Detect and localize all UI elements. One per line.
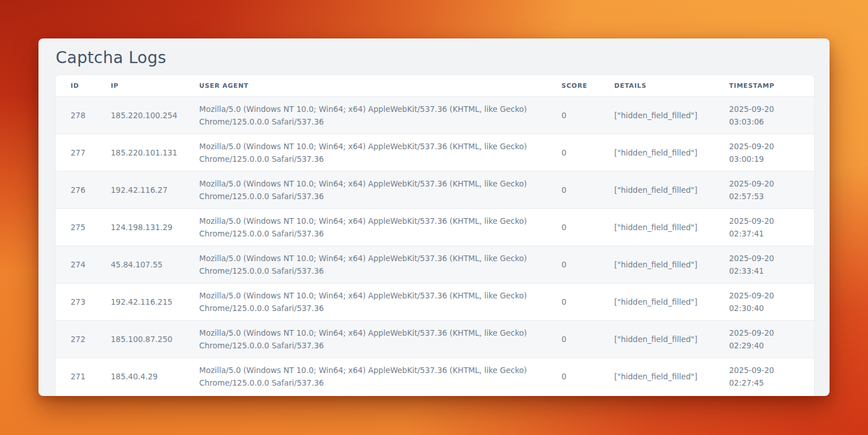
cell-ip: 192.42.116.27 — [111, 172, 199, 209]
cell-score: 0 — [561, 246, 614, 283]
logs-table-container: IDIPUSER AGENTSCOREDETAILSTIMESTAMP 2781… — [56, 75, 814, 396]
table-row: 278185.220.100.254Mozilla/5.0 (Windows N… — [56, 97, 814, 134]
cell-details: ["hidden_field_filled"] — [614, 97, 729, 134]
cell-timestamp: 2025-09-20 03:03:06 — [729, 97, 814, 134]
column-header-id: ID — [56, 75, 111, 97]
cell-user_agent: Mozilla/5.0 (Windows NT 10.0; Win64; x64… — [199, 321, 561, 358]
cell-user_agent: Mozilla/5.0 (Windows NT 10.0; Win64; x64… — [199, 172, 561, 209]
cell-score: 0 — [561, 321, 614, 358]
table-row: 276192.42.116.27Mozilla/5.0 (Windows NT … — [56, 172, 814, 209]
captcha-logs-card: Captcha Logs IDIPUSER AGENTSCOREDETAILST… — [38, 38, 830, 396]
cell-timestamp: 2025-09-20 02:57:53 — [729, 172, 814, 209]
cell-user_agent: Mozilla/5.0 (Windows NT 10.0; Win64; x64… — [199, 246, 561, 283]
cell-ip: 185.220.100.254 — [111, 97, 199, 134]
column-header-score: SCORE — [561, 75, 614, 97]
table-row: 277185.220.101.131Mozilla/5.0 (Windows N… — [56, 134, 814, 172]
cell-ip: 185.100.87.250 — [111, 321, 199, 358]
table-row: 275124.198.131.29Mozilla/5.0 (Windows NT… — [56, 209, 814, 246]
cell-timestamp: 2025-09-20 02:37:41 — [729, 209, 814, 246]
cell-id: 272 — [56, 321, 111, 358]
column-header-user_agent: USER AGENT — [199, 75, 561, 97]
cell-details: ["hidden_field_filled"] — [614, 358, 729, 395]
cell-id: 276 — [56, 172, 111, 209]
table-row: 27445.84.107.55Mozilla/5.0 (Windows NT 1… — [56, 246, 814, 283]
cell-id: 274 — [56, 246, 111, 283]
table-body: 278185.220.100.254Mozilla/5.0 (Windows N… — [56, 97, 814, 395]
cell-details: ["hidden_field_filled"] — [614, 283, 729, 321]
cell-timestamp: 2025-09-20 02:33:41 — [729, 246, 814, 283]
table-row: 271185.40.4.29Mozilla/5.0 (Windows NT 10… — [56, 358, 814, 395]
background: { "page": { "title": "Captcha Logs" }, "… — [0, 0, 868, 435]
cell-score: 0 — [561, 283, 614, 321]
cell-id: 273 — [56, 283, 111, 321]
cell-user_agent: Mozilla/5.0 (Windows NT 10.0; Win64; x64… — [199, 283, 561, 321]
cell-timestamp: 2025-09-20 03:00:19 — [729, 134, 814, 172]
cell-score: 0 — [561, 209, 614, 246]
column-header-ip: IP — [111, 75, 199, 97]
cell-score: 0 — [561, 358, 614, 395]
cell-ip: 192.42.116.215 — [111, 283, 199, 321]
cell-ip: 185.40.4.29 — [111, 358, 199, 395]
cell-details: ["hidden_field_filled"] — [614, 172, 729, 209]
table-header-row: IDIPUSER AGENTSCOREDETAILSTIMESTAMP — [56, 75, 814, 97]
cell-user_agent: Mozilla/5.0 (Windows NT 10.0; Win64; x64… — [199, 134, 561, 172]
cell-score: 0 — [561, 97, 614, 134]
cell-ip: 124.198.131.29 — [111, 209, 199, 246]
cell-user_agent: Mozilla/5.0 (Windows NT 10.0; Win64; x64… — [199, 209, 561, 246]
column-header-timestamp: TIMESTAMP — [729, 75, 814, 97]
table-row: 273192.42.116.215Mozilla/5.0 (Windows NT… — [56, 283, 814, 321]
cell-id: 275 — [56, 209, 111, 246]
cell-score: 0 — [561, 172, 614, 209]
cell-details: ["hidden_field_filled"] — [614, 246, 729, 283]
cell-score: 0 — [561, 134, 614, 172]
cell-user_agent: Mozilla/5.0 (Windows NT 10.0; Win64; x64… — [199, 97, 561, 134]
cell-timestamp: 2025-09-20 02:29:40 — [729, 321, 814, 358]
column-header-details: DETAILS — [614, 75, 729, 97]
cell-id: 277 — [56, 134, 111, 172]
cell-details: ["hidden_field_filled"] — [614, 134, 729, 172]
cell-details: ["hidden_field_filled"] — [614, 209, 729, 246]
table-row: 272185.100.87.250Mozilla/5.0 (Windows NT… — [56, 321, 814, 358]
captcha-logs-table: IDIPUSER AGENTSCOREDETAILSTIMESTAMP 2781… — [56, 75, 814, 395]
cell-ip: 185.220.101.131 — [111, 134, 199, 172]
cell-id: 271 — [56, 358, 111, 395]
cell-timestamp: 2025-09-20 02:27:45 — [729, 358, 814, 395]
cell-id: 278 — [56, 97, 111, 134]
cell-timestamp: 2025-09-20 02:30:40 — [729, 283, 814, 321]
page-title: Captcha Logs — [56, 48, 814, 68]
cell-details: ["hidden_field_filled"] — [614, 321, 729, 358]
cell-user_agent: Mozilla/5.0 (Windows NT 10.0; Win64; x64… — [199, 358, 561, 395]
table-head: IDIPUSER AGENTSCOREDETAILSTIMESTAMP — [56, 75, 814, 97]
cell-ip: 45.84.107.55 — [111, 246, 199, 283]
